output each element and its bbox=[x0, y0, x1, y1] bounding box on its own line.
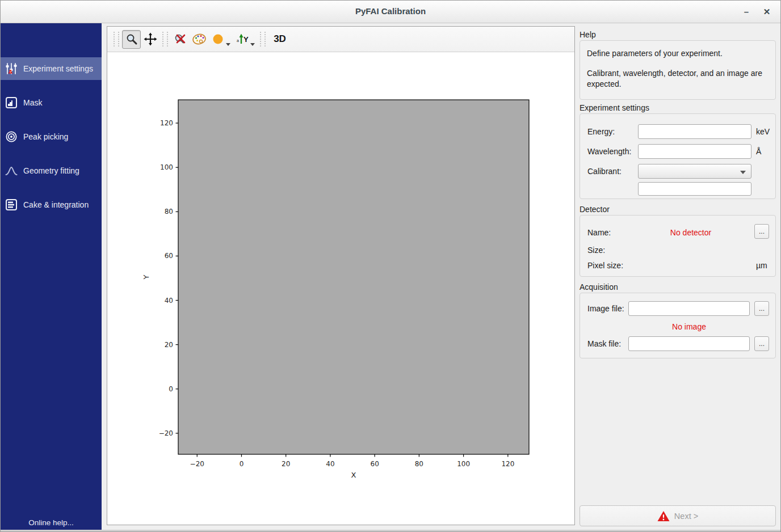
next-button[interactable]: Next > bbox=[580, 505, 776, 526]
toolbar-drag-handle bbox=[260, 32, 266, 47]
pixel-size-unit: µm bbox=[756, 261, 767, 270]
detector-box: Name: No detector ... Size: Pixel size: … bbox=[580, 215, 776, 277]
pyfai-calibration-window: PyFAI Calibration – ✕ ! Experiment s bbox=[0, 0, 781, 532]
calibrant-select[interactable] bbox=[638, 164, 751, 179]
image-file-browse-button[interactable]: ... bbox=[754, 301, 769, 316]
orange-circle-icon bbox=[212, 33, 224, 45]
window-bottom-edge bbox=[1, 530, 780, 531]
sidebar-item-geometry-fitting[interactable]: Geometry fitting bbox=[1, 159, 102, 182]
wavelength-unit: Å bbox=[756, 147, 761, 156]
svg-text:40: 40 bbox=[326, 460, 334, 468]
minimize-button[interactable]: – bbox=[738, 4, 754, 20]
sidebar-item-cake-integration[interactable]: Cake & integration bbox=[1, 193, 102, 216]
magnifier-icon bbox=[125, 33, 138, 45]
next-button-label: Next > bbox=[674, 512, 698, 521]
mask-file-browse-button[interactable]: ... bbox=[754, 336, 769, 351]
svg-text:120: 120 bbox=[501, 460, 514, 468]
svg-text:80: 80 bbox=[165, 208, 173, 216]
wavelength-input[interactable] bbox=[638, 144, 751, 159]
detector-name-status: No detector bbox=[631, 228, 750, 237]
sidebar-item-label: Geometry fitting bbox=[23, 166, 79, 175]
mask-file-input[interactable] bbox=[628, 336, 750, 351]
close-button[interactable]: ✕ bbox=[759, 4, 775, 20]
svg-text:80: 80 bbox=[415, 460, 423, 468]
acquisition-section-title: Acquisition bbox=[580, 282, 618, 292]
marker-color-button[interactable] bbox=[208, 30, 227, 49]
sidebar-item-label: Mask bbox=[23, 98, 42, 107]
image-file-label: Image file: bbox=[587, 304, 624, 313]
mask-icon bbox=[5, 96, 18, 109]
sidebar-item-peak-picking[interactable]: Peak picking bbox=[1, 125, 102, 148]
detector-name-label: Name: bbox=[587, 228, 611, 237]
chevron-down-icon bbox=[740, 171, 746, 174]
detector-section-title: Detector bbox=[580, 205, 610, 214]
svg-text:−20: −20 bbox=[190, 460, 204, 468]
calibrant-extra-input[interactable] bbox=[638, 182, 751, 196]
svg-text:40: 40 bbox=[165, 297, 173, 305]
peak-curve-icon bbox=[5, 164, 18, 177]
detector-size-label: Size: bbox=[587, 246, 605, 255]
svg-text:20: 20 bbox=[282, 460, 290, 468]
experiment-settings-box: Energy: keV Wavelength: Å Calibrant: bbox=[580, 113, 776, 199]
online-help-link[interactable]: Online help... bbox=[1, 518, 102, 527]
toolbar-drag-handle bbox=[114, 32, 119, 47]
energy-input[interactable] bbox=[638, 124, 751, 139]
svg-text:−20: −20 bbox=[159, 429, 173, 437]
sidebar-item-label: Cake & integration bbox=[23, 200, 89, 209]
zoom-button[interactable] bbox=[122, 30, 141, 49]
wavelength-label: Wavelength: bbox=[587, 147, 631, 156]
colormap-button[interactable] bbox=[190, 30, 208, 49]
sidebar-item-mask[interactable]: Mask bbox=[1, 91, 102, 114]
svg-text:a: a bbox=[237, 39, 239, 43]
dropdown-caret-icon bbox=[250, 43, 255, 46]
3d-view-button[interactable]: 3D bbox=[268, 30, 291, 49]
y-axis-orientation-button[interactable]: a Y bbox=[233, 30, 251, 49]
energy-unit: keV bbox=[756, 127, 770, 136]
acquisition-box: Image file: ... No image Mask file: ... bbox=[580, 293, 776, 358]
palette-icon bbox=[192, 32, 207, 46]
help-line-1: Define parameters of your experiment. bbox=[580, 48, 775, 59]
target-rings-icon bbox=[5, 130, 18, 143]
svg-text:120: 120 bbox=[160, 119, 173, 127]
pan-button[interactable] bbox=[141, 30, 159, 49]
svg-text:60: 60 bbox=[371, 460, 379, 468]
sliders-warning-icon: ! bbox=[5, 62, 18, 75]
experiment-section-title: Experiment settings bbox=[580, 103, 649, 112]
svg-text:100: 100 bbox=[160, 163, 173, 171]
help-line-2: Calibrant, wavelength, detector, and an … bbox=[580, 68, 775, 90]
sidebar-item-label: Peak picking bbox=[23, 132, 68, 141]
pan-arrows-icon bbox=[144, 32, 157, 46]
toolbar-drag-handle bbox=[162, 32, 168, 47]
svg-text:X: X bbox=[351, 471, 356, 479]
calibrant-label: Calibrant: bbox=[587, 167, 622, 176]
striped-square-icon bbox=[5, 199, 18, 211]
help-box: Define parameters of your experiment. Ca… bbox=[580, 40, 776, 100]
svg-text:0: 0 bbox=[169, 385, 173, 393]
image-file-input[interactable] bbox=[628, 301, 750, 316]
help-section-title: Help bbox=[580, 30, 596, 39]
svg-text:!: ! bbox=[10, 70, 11, 74]
plot-canvas[interactable]: −20020406080100120−20020406080100120XY bbox=[107, 52, 574, 525]
y-axis-arrow-icon: a Y bbox=[235, 32, 250, 46]
sidebar-item-experiment-settings[interactable]: ! Experiment settings bbox=[1, 57, 102, 80]
title-bar: PyFAI Calibration – ✕ bbox=[1, 1, 780, 23]
detector-browse-button[interactable]: ... bbox=[754, 224, 769, 239]
svg-text:60: 60 bbox=[165, 252, 173, 260]
3d-label: 3D bbox=[274, 33, 286, 45]
magnifier-red-x-icon bbox=[174, 32, 187, 46]
dropdown-caret-icon bbox=[226, 43, 230, 46]
svg-text:Y: Y bbox=[142, 275, 150, 280]
mask-file-label: Mask file: bbox=[587, 339, 621, 348]
empty-image-plot: −20020406080100120−20020406080100120XY bbox=[107, 52, 574, 525]
svg-text:0: 0 bbox=[240, 460, 244, 468]
sidebar-item-label: Experiment settings bbox=[23, 64, 93, 73]
svg-text:20: 20 bbox=[165, 341, 173, 349]
window-title: PyFAI Calibration bbox=[1, 6, 780, 16]
image-status: No image bbox=[628, 322, 750, 331]
svg-text:Y: Y bbox=[243, 35, 249, 44]
crosshair-button[interactable] bbox=[171, 30, 190, 49]
warning-icon bbox=[657, 510, 670, 522]
pixel-size-label: Pixel size: bbox=[587, 261, 623, 270]
plot-toolbar: a Y 3D bbox=[107, 27, 574, 52]
plot-panel: a Y 3D −20020406080100120−20020406080100… bbox=[107, 26, 575, 525]
